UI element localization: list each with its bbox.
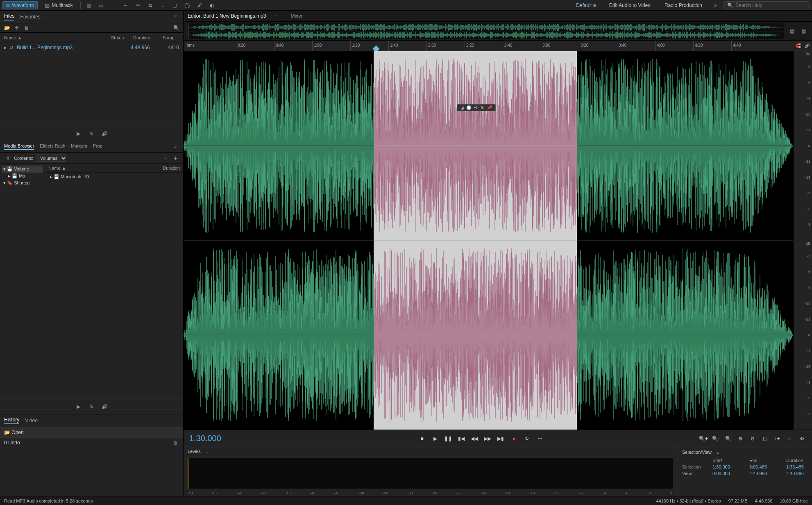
levels-menu-icon[interactable]: ≡ (203, 449, 211, 455)
sv-view-start[interactable]: 0:00.000 (712, 471, 748, 476)
overview-view2-icon[interactable]: ▦ (800, 28, 807, 34)
ruler-units[interactable]: hms (184, 41, 198, 51)
snap-icon[interactable]: 🧲 (794, 43, 802, 49)
history-item-open[interactable]: 📂 Open (0, 427, 183, 438)
workspace-selector[interactable]: Default ≡ (572, 2, 600, 9)
pause-button[interactable]: ❚❚ (444, 434, 453, 443)
trash-icon[interactable]: 🗑 (172, 440, 179, 446)
zoom-prev-icon[interactable]: ⟲ (797, 434, 806, 443)
tab-favorites[interactable]: Favorites (20, 14, 40, 20)
mb-col-name[interactable]: Name ▲ (48, 166, 163, 171)
amplitude-scale[interactable]: dBL-3-6-9-15-21-∞-21-15-9-6-3 dBR-3-6-9-… (793, 51, 812, 430)
zoom-out-icon[interactable]: 🔍- (711, 434, 720, 443)
link-radio-production[interactable]: Radio Production (660, 2, 707, 9)
col-samples[interactable]: Samp (163, 35, 179, 40)
filter-icon[interactable]: 🔍 (172, 25, 180, 31)
tool-brush-icon[interactable]: 🖌 (195, 1, 204, 9)
volume-hud[interactable]: ◢ 🕐 +0 dB 📌 (457, 104, 495, 111)
mode-waveform[interactable]: ⧉ Waveform (2, 1, 38, 9)
col-status[interactable]: Status (111, 35, 129, 40)
tree-shortcuts[interactable]: ▾ 🔖 Shortcu (2, 180, 43, 187)
tool-move-icon[interactable]: ↔ (122, 1, 130, 9)
link-edit-audio-video[interactable]: Edit Audio to Video (604, 2, 655, 9)
rewind-button[interactable]: ◀◀ (470, 434, 479, 443)
tab-effects-rack[interactable]: Effects Rack (40, 143, 65, 150)
editor-tab-menu-icon[interactable]: ≡ (272, 13, 279, 19)
mb-play-icon[interactable]: ▶ (75, 403, 83, 411)
tab-history[interactable]: History (4, 417, 19, 424)
tool-razor-icon[interactable]: ✂ (134, 1, 142, 9)
tool-pitch-icon[interactable]: ▭ (97, 1, 105, 9)
record-button[interactable]: ● (509, 434, 518, 443)
close-file-icon[interactable]: 🗑 (23, 25, 30, 31)
sv-view-end[interactable]: 4:48.966 (749, 471, 785, 476)
tab-files[interactable]: Files (4, 13, 14, 20)
mode-multitrack[interactable]: ▤ Multitrack (42, 2, 76, 9)
zoom-reset-icon[interactable]: 🔍 (724, 434, 733, 443)
go-start-button[interactable]: ▮◀ (457, 434, 466, 443)
open-file-icon[interactable]: 📂 (3, 25, 11, 31)
sv-view-dur[interactable]: 4:48.966 (786, 471, 812, 476)
files-loop-icon[interactable]: ↻ (88, 130, 96, 138)
overview-strip[interactable]: ▤ ▦ (184, 22, 812, 41)
mb-import-icon[interactable]: ⬇ (4, 155, 11, 161)
tool-time-select-icon[interactable]: 𝙸 (159, 1, 167, 9)
tab-mixer[interactable]: Mixer (290, 13, 302, 19)
selview-menu-icon[interactable]: ≡ (714, 450, 721, 455)
zoom-out-time-icon[interactable]: ⊖ (748, 434, 757, 443)
skip-selection-button[interactable]: ⤳ (535, 434, 544, 443)
mb-new-icon[interactable]: ✚ (172, 155, 179, 161)
mb-tree[interactable]: ▾ 💾 Volume ▸ 💾 Ma ▾ 🔖 Shortcu (0, 164, 45, 399)
mb-more-icon[interactable]: » (172, 143, 179, 149)
zoom-in-time-icon[interactable]: ⊕ (736, 434, 745, 443)
current-time-display[interactable]: 1:30.000 (189, 434, 263, 443)
tab-properties[interactable]: Prop (93, 143, 102, 150)
files-play-icon[interactable]: ▶ (75, 130, 83, 138)
mb-loop-icon[interactable]: ↻ (88, 403, 96, 411)
tree-macintosh[interactable]: ▸ 💾 Ma (2, 173, 43, 180)
mb-col-duration[interactable]: Duration (163, 166, 180, 171)
tool-spectral-icon[interactable]: ▦ (85, 1, 93, 9)
col-duration[interactable]: Duration (133, 35, 159, 40)
tab-video[interactable]: Video (25, 418, 37, 423)
tool-spot-heal-icon[interactable]: ◐ (208, 1, 216, 9)
panel-menu-icon[interactable]: ≡ (172, 14, 179, 20)
tool-lasso-icon[interactable]: ◯ (183, 1, 191, 9)
tool-slip-icon[interactable]: ⇆ (146, 1, 154, 9)
tab-markers[interactable]: Markers (71, 143, 87, 150)
tree-volumes[interactable]: ▾ 💾 Volume (2, 166, 43, 173)
sv-sel-dur[interactable]: 1:36.485 (786, 464, 812, 469)
overview-view1-icon[interactable]: ▤ (788, 28, 796, 34)
overview-waveform[interactable] (188, 23, 784, 39)
sv-sel-end[interactable]: 3:06.485 (749, 464, 785, 469)
tool-marquee-icon[interactable]: ▢ (171, 1, 179, 9)
zoom-selection-icon[interactable]: ⬚ (760, 434, 769, 443)
go-end-button[interactable]: ▶▮ (496, 434, 505, 443)
waveform-display[interactable]: ◢ 🕐 +0 dB 📌 dBL-3-6-9-15-21-∞-21-15-9-6-… (184, 51, 812, 430)
files-autoplay-icon[interactable]: 🔊 (101, 130, 109, 138)
play-button[interactable]: ▶ (431, 434, 440, 443)
mb-item-macintosh-hd[interactable]: ▸ 💾 Macintosh HD (45, 173, 183, 181)
stop-button[interactable]: ■ (417, 434, 426, 443)
file-row[interactable]: ▸ ⧉ Build 1... Beginnings.mp3 4:48.966 4… (0, 43, 183, 52)
zoom-out-amp-icon[interactable]: ↕- (785, 434, 794, 443)
expand-icon[interactable]: ▸ (4, 45, 7, 50)
levels-meter[interactable] (188, 458, 673, 489)
search-help-input[interactable] (735, 2, 806, 8)
search-help[interactable]: 🔍 (724, 1, 810, 9)
workspace-more-icon[interactable]: » (711, 1, 719, 9)
mb-back-icon[interactable]: ‹ (162, 155, 169, 161)
forward-button[interactable]: ▶▶ (483, 434, 492, 443)
ruler-link-icon[interactable]: 🔗 (803, 43, 811, 49)
loop-button[interactable]: ↻ (522, 434, 531, 443)
new-file-icon[interactable]: ✚ (13, 25, 20, 31)
tab-media-browser[interactable]: Media Browser (4, 143, 34, 150)
pin-icon[interactable]: 📌 (487, 105, 492, 110)
tab-editor-file[interactable]: Editor: Build 1 New Beginnings.mp3 (188, 13, 266, 19)
mb-autoplay-icon[interactable]: 🔊 (101, 403, 109, 411)
col-name[interactable]: Name ▲ (4, 35, 107, 40)
timeline-ruler[interactable]: hms 0:200:401:001:201:402:002:202:403:00… (184, 41, 812, 51)
contents-select[interactable]: Volumes (36, 155, 67, 162)
zoom-in-icon[interactable]: 🔍+ (699, 434, 708, 443)
sv-sel-start[interactable]: 1:30.000 (712, 464, 748, 469)
